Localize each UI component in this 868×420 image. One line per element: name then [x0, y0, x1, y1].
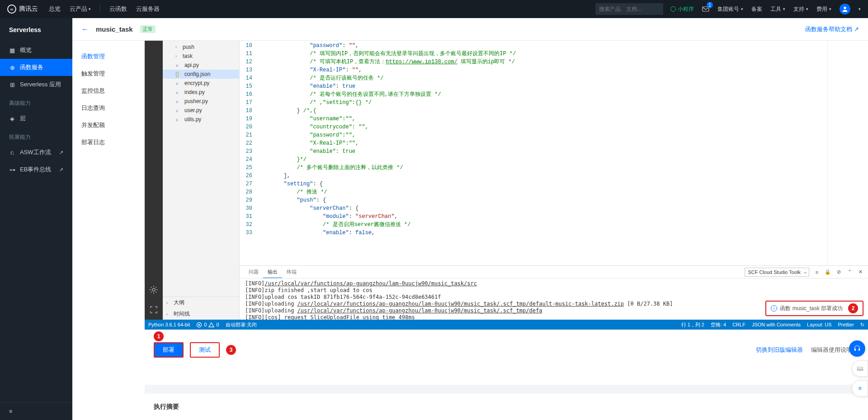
- sidebar-item-serverless-app[interactable]: ⊞Serverless 应用: [0, 76, 72, 93]
- deploy-button[interactable]: 部署: [154, 342, 184, 358]
- status-bar: Python 3.6.1 64-bit 0 0 自动部署:关闭 行 1，列 2 …: [145, 320, 868, 330]
- logo[interactable]: ∞ 腾讯云: [7, 5, 38, 14]
- folder-task[interactable]: ›task: [163, 52, 239, 61]
- tools-menu[interactable]: 工具▾: [770, 5, 785, 13]
- frame-icon[interactable]: [148, 304, 159, 315]
- status-layout[interactable]: Layout: US: [807, 322, 831, 327]
- nav-overview[interactable]: 总览: [49, 5, 61, 13]
- status-badge: 正常: [140, 25, 156, 33]
- folder-push[interactable]: ›push: [163, 42, 239, 52]
- external-link-icon: ↗: [59, 150, 63, 156]
- python-file-icon: ⬨: [175, 107, 182, 113]
- chat-support-button[interactable]: [849, 340, 865, 357]
- python-file-icon: ⬨: [175, 116, 182, 123]
- sidebar-item-function[interactable]: ⊕函数服务: [0, 59, 72, 76]
- svg-point-2: [844, 7, 846, 9]
- minimap[interactable]: [827, 41, 868, 265]
- status-lang[interactable]: JSON with Comments: [752, 322, 801, 327]
- lock-icon[interactable]: 🔒: [825, 269, 831, 275]
- nav-products[interactable]: 云产品▾: [70, 5, 91, 13]
- support-menu[interactable]: 支持▾: [793, 5, 808, 13]
- account-menu[interactable]: 集团账号▾: [717, 5, 743, 13]
- switch-old-editor-link[interactable]: 切换到旧版编辑器: [756, 346, 803, 354]
- panel-tab-problems[interactable]: 问题: [244, 266, 263, 278]
- external-link-icon: ↗: [59, 167, 63, 173]
- status-feedback-icon[interactable]: ↻: [860, 322, 864, 328]
- nav-cvm[interactable]: 云服务器: [136, 5, 160, 13]
- file-user[interactable]: ⬨user.py: [163, 106, 239, 115]
- code-content[interactable]: "password": "", /* 填写国内IP，否则可能会有无法登录等问题出…: [258, 41, 827, 265]
- file-index[interactable]: ⬨index.py: [163, 88, 239, 97]
- file-pusher[interactable]: ⬨pusher.py: [163, 97, 239, 106]
- sidebar-item-eb[interactable]: ⊶EB事件总线↗: [0, 161, 72, 178]
- tab-concurrency[interactable]: 并发配额: [72, 117, 145, 134]
- file-api[interactable]: ⬨api.py: [163, 61, 239, 70]
- user-icon: [842, 6, 848, 12]
- test-button[interactable]: 测试: [190, 342, 220, 358]
- info-circle-icon: i: [771, 305, 777, 311]
- warning-triangle-icon: [208, 322, 214, 328]
- explorer-timeline[interactable]: ›时间线: [163, 308, 239, 320]
- back-button[interactable]: ←: [81, 25, 89, 33]
- clear-icon[interactable]: ⊘: [835, 269, 842, 275]
- sidebar-collapse[interactable]: ≡: [0, 402, 72, 420]
- menu-button[interactable]: ≡: [852, 380, 868, 396]
- nav-divider: [100, 5, 100, 11]
- status-spaces[interactable]: 空格: 4: [711, 321, 726, 328]
- execution-summary: 执行摘要: [145, 394, 868, 420]
- chevron-right-icon: ›: [175, 54, 180, 58]
- cost-menu[interactable]: 费用▾: [816, 5, 831, 13]
- chevron-down-icon: ▾: [859, 7, 861, 11]
- sidebar-group-advanced: 高级能力: [0, 93, 72, 110]
- chevron-up-icon[interactable]: ⌃: [846, 269, 853, 275]
- panel-tab-terminal[interactable]: 终端: [282, 266, 301, 278]
- panel-tab-output[interactable]: 输出: [263, 266, 282, 278]
- status-prettier[interactable]: Prettier: [838, 322, 854, 327]
- svg-point-3: [152, 288, 155, 291]
- headset-icon: [853, 344, 861, 353]
- sidebar-item-layer[interactable]: ◈层: [0, 110, 72, 127]
- line-gutter: 1011121314151617181920212223242526272829…: [240, 41, 258, 265]
- status-linecol[interactable]: 行 1，列 2: [681, 321, 704, 328]
- workflow-icon: ⎌: [9, 149, 15, 156]
- grid-icon: ▦: [9, 47, 15, 53]
- help-doc-link[interactable]: 函数服务帮助文档↗: [805, 25, 859, 33]
- status-problems[interactable]: 0 0: [196, 322, 219, 328]
- mail-button[interactable]: 1: [702, 5, 709, 13]
- tab-function-manage[interactable]: 函数管理: [72, 48, 145, 65]
- status-python[interactable]: Python 3.6.1 64-bit: [148, 322, 190, 327]
- status-autodeploy[interactable]: 自动部署:关闭: [226, 321, 257, 328]
- terminal-output[interactable]: [INFO]/usr/local/var/functions/ap-guangz…: [240, 278, 868, 320]
- action-panel: 1 部署 测试 3 切换到旧版编辑器 编辑器使用说明↗: [145, 330, 868, 385]
- chevron-down-icon: ▾: [89, 7, 91, 11]
- nav-scf[interactable]: 云函数: [109, 5, 127, 13]
- miniprogram-link[interactable]: 小程序: [670, 5, 694, 13]
- tab-deploy-log[interactable]: 部署日志: [72, 134, 145, 151]
- filter-icon[interactable]: ≡: [814, 269, 820, 275]
- chevron-right-icon: ›: [166, 312, 171, 316]
- file-config[interactable]: {}config.json: [163, 70, 239, 79]
- file-encrypt[interactable]: ⬨encrypt.py: [163, 79, 239, 88]
- sidebar-item-overview[interactable]: ▦概览: [0, 42, 72, 59]
- explorer-outline[interactable]: ›大纲: [163, 297, 239, 308]
- app-icon: ⊞: [9, 81, 15, 88]
- settings-gear-icon[interactable]: [148, 284, 159, 295]
- search-box[interactable]: [595, 3, 663, 15]
- sidebar-item-asw[interactable]: ⎌ASW工作流↗: [0, 144, 72, 161]
- docs-button[interactable]: 📖: [852, 360, 868, 377]
- output-channel-dropdown[interactable]: SCF Cloud Studio Toolk: [745, 268, 809, 277]
- file-utils[interactable]: ⬨utils.py: [163, 115, 239, 124]
- tab-log[interactable]: 日志查询: [72, 99, 145, 117]
- left-sidebar: Serverless ▦概览 ⊕函数服务 ⊞Serverless 应用 高级能力…: [0, 18, 72, 420]
- sub-tabs: 函数管理 触发管理 监控信息 日志查询 并发配额 部署日志: [72, 41, 145, 420]
- tab-monitor[interactable]: 监控信息: [72, 82, 145, 99]
- tab-trigger-manage[interactable]: 触发管理: [72, 65, 145, 82]
- status-eol[interactable]: CRLF: [732, 322, 745, 327]
- annotation-1: 1: [154, 331, 164, 341]
- sidebar-group-ext: 拓展能力: [0, 127, 72, 144]
- search-input[interactable]: [599, 6, 667, 12]
- avatar[interactable]: [840, 4, 850, 14]
- top-nav: 总览 云产品▾ 云函数 云服务器: [49, 5, 160, 13]
- beian-link[interactable]: 备案: [751, 5, 762, 13]
- close-icon[interactable]: ✕: [857, 269, 863, 275]
